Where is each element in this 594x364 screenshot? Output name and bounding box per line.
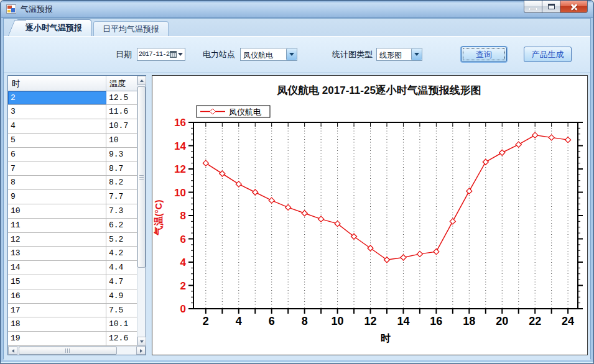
tab-daily-average-forecast[interactable]: 日平均气温预报: [93, 21, 169, 36]
x-tick-label: 16: [430, 315, 442, 327]
content-area: 时 温度 212.5311.6410.751069.378.788.297.71…: [4, 73, 590, 360]
scroll-right-button[interactable]: [136, 347, 146, 355]
temperature-column-header[interactable]: 温度: [106, 76, 137, 91]
hour-cell[interactable]: 15: [8, 275, 106, 289]
temperature-cell[interactable]: 12.5: [106, 91, 137, 105]
y-tick-label: 14: [174, 140, 186, 152]
temperature-cell[interactable]: 4.7: [106, 275, 137, 289]
temperature-cell[interactable]: 7.3: [106, 204, 137, 218]
hour-cell[interactable]: 19: [8, 332, 106, 345]
query-button[interactable]: 查询: [461, 47, 507, 62]
table-row: 154.7: [8, 275, 137, 289]
table-vertical-scrollbar[interactable]: [137, 76, 146, 346]
hour-cell[interactable]: 6: [8, 148, 106, 162]
temperature-cell[interactable]: 7.5: [106, 304, 137, 317]
temperature-line-chart: 024681012141624681012141618202224凤仪航电气温(…: [152, 76, 588, 355]
client-area: 逐小时气温预报 日平均气温预报 日期 2017-11-25 01 电力站点 凤仪…: [3, 18, 591, 359]
table-horizontal-scrollbar[interactable]: [8, 346, 146, 355]
hour-cell[interactable]: 5: [8, 134, 106, 147]
y-tick-label: 6: [180, 234, 186, 245]
x-tick-label: 22: [529, 315, 541, 327]
temperature-cell[interactable]: 5.2: [106, 233, 137, 247]
scroll-down-button[interactable]: [137, 337, 146, 346]
hour-cell[interactable]: 13: [8, 247, 106, 260]
vertical-scroll-thumb[interactable]: [137, 86, 146, 268]
y-tick-label: 2: [180, 280, 186, 292]
data-point-marker: [466, 188, 472, 194]
hour-cell[interactable]: 18: [8, 317, 106, 331]
table-row: 177.5: [8, 304, 137, 318]
chevron-down-icon: [289, 53, 294, 56]
panel-splitter[interactable]: [146, 75, 152, 355]
left-arrow-icon: [12, 349, 14, 353]
minimize-icon: [529, 8, 537, 10]
temperature-cell[interactable]: 7.7: [106, 190, 137, 204]
temperature-cell[interactable]: 12.6: [106, 332, 137, 345]
hour-cell[interactable]: 2: [8, 91, 106, 105]
horizontal-scroll-thumb[interactable]: [19, 347, 117, 355]
date-picker[interactable]: 2017-11-25 01: [137, 48, 185, 61]
date-label: 日期: [116, 49, 132, 60]
hour-cell[interactable]: 8: [8, 176, 106, 189]
temperature-cell[interactable]: 4.4: [106, 261, 137, 275]
temperature-cell[interactable]: 10: [106, 134, 137, 147]
data-point-marker: [565, 137, 571, 143]
data-point-marker: [434, 249, 439, 255]
temperature-cell[interactable]: 8.2: [106, 176, 137, 189]
maximize-button[interactable]: [542, 1, 560, 13]
y-axis-title: 气温(°C): [153, 200, 164, 236]
plot-border: [193, 122, 578, 309]
minimize-button[interactable]: [524, 1, 542, 13]
chart-type-select[interactable]: 线形图: [376, 48, 422, 61]
hour-cell[interactable]: 12: [8, 233, 106, 247]
hour-cell[interactable]: 4: [8, 119, 106, 133]
table-row: 164.9: [8, 289, 137, 304]
scroll-up-button[interactable]: [137, 76, 146, 85]
chart-type-label: 统计图类型: [332, 49, 373, 60]
data-point-marker: [203, 160, 208, 166]
generate-product-button[interactable]: 产品生成: [524, 47, 572, 62]
hour-cell[interactable]: 7: [8, 162, 106, 176]
table-row: 88.2: [8, 176, 137, 190]
hour-cell[interactable]: 10: [8, 204, 106, 218]
temperature-cell[interactable]: 10.1: [106, 317, 137, 331]
data-point-marker: [401, 255, 406, 260]
temperature-table: 时 温度 212.5311.6410.751069.378.788.297.71…: [7, 75, 146, 355]
hour-cell[interactable]: 14: [8, 261, 106, 275]
temperature-cell[interactable]: 8.7: [106, 162, 137, 176]
tab-label: 日平均气温预报: [103, 24, 159, 35]
x-tick-label: 8: [302, 315, 308, 327]
temperature-cell[interactable]: 6.2: [106, 219, 137, 232]
tab-label: 逐小时气温预报: [26, 22, 82, 34]
data-point-marker: [302, 211, 307, 216]
hour-cell[interactable]: 17: [8, 304, 106, 317]
data-point-marker: [532, 132, 538, 138]
table-row: 410.7: [8, 119, 137, 134]
x-tick-label: 18: [463, 315, 475, 327]
close-button[interactable]: [560, 1, 588, 13]
temperature-cell[interactable]: 4.2: [106, 247, 137, 260]
tab-hourly-forecast[interactable]: 逐小时气温预报: [16, 19, 91, 36]
table-row: 144.4: [8, 261, 137, 275]
x-axis-title: 时: [381, 333, 391, 344]
chevron-down-icon[interactable]: [178, 53, 183, 56]
table-row: 69.3: [8, 148, 137, 162]
tab-strip: 逐小时气温预报 日平均气温预报: [4, 19, 590, 36]
hour-cell[interactable]: 16: [8, 289, 106, 303]
hour-cell[interactable]: 9: [8, 190, 106, 204]
chevron-down-icon: [414, 53, 419, 56]
temperature-cell[interactable]: 9.3: [106, 148, 137, 162]
chart-type-dropdown-button[interactable]: [411, 48, 422, 60]
scroll-left-button[interactable]: [8, 347, 17, 355]
station-dropdown-button[interactable]: [286, 48, 297, 60]
station-select[interactable]: 凤仪航电: [240, 48, 297, 61]
table-row: 97.7: [8, 190, 137, 204]
table-row: 212.5: [8, 91, 137, 106]
hour-column-header[interactable]: 时: [8, 76, 106, 91]
hour-cell[interactable]: 11: [8, 219, 106, 232]
temperature-cell[interactable]: 11.6: [106, 105, 137, 119]
hour-cell[interactable]: 3: [8, 105, 106, 119]
temperature-cell[interactable]: 4.9: [106, 289, 137, 303]
y-tick-label: 10: [174, 187, 186, 199]
temperature-cell[interactable]: 10.7: [106, 119, 137, 133]
